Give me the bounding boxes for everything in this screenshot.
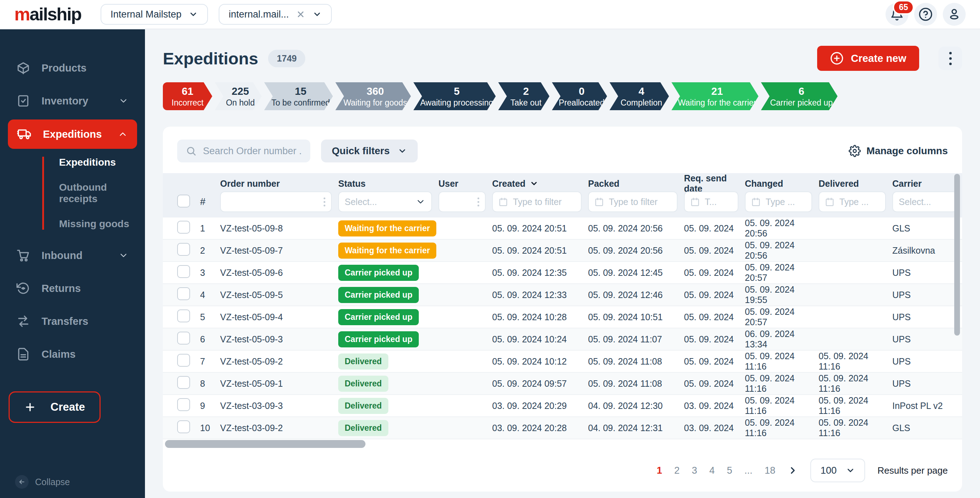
pipeline-stage-to-be-confirmed[interactable]: 15To be confirmed: [264, 82, 333, 110]
filter-options-icon[interactable]: [477, 197, 479, 206]
row-checkbox[interactable]: [177, 354, 190, 367]
row-checkbox[interactable]: [177, 243, 190, 256]
filter-input-col10[interactable]: Select...: [892, 191, 958, 212]
pipeline-stage-waiting-for-the-carrier[interactable]: 21Waiting for the carrier: [671, 82, 759, 110]
next-page-button[interactable]: [788, 465, 798, 476]
table-row[interactable]: 5VZ-test-05-09-4Carrier picked up05. 09.…: [163, 306, 962, 328]
column-header-order-number[interactable]: Order number: [220, 179, 338, 189]
notifications-button[interactable]: 65: [886, 3, 908, 26]
page-button-2[interactable]: 2: [675, 465, 680, 476]
filter-input-col7[interactable]: T...: [684, 191, 738, 212]
pipeline-stage-awaiting-processing[interactable]: 5Awaiting processing: [414, 82, 496, 110]
row-checkbox[interactable]: [177, 420, 190, 433]
page-title: Expeditions: [163, 49, 258, 68]
sidebar-collapse-button[interactable]: Collapse: [15, 475, 70, 489]
table-row[interactable]: 4VZ-test-05-09-5Carrier picked up05. 09.…: [163, 284, 962, 306]
pipeline-stage-preallocated[interactable]: 0Preallocated: [552, 82, 607, 110]
column-header-carrier[interactable]: Carrier: [892, 179, 964, 189]
column-header-created[interactable]: Created: [492, 179, 588, 189]
carrier-cell: UPS: [892, 290, 964, 300]
row-checkbox[interactable]: [177, 309, 190, 322]
table-row[interactable]: 9VZ-test-03-09-3Delivered03. 09. 2024 20…: [163, 395, 962, 417]
page-button-5[interactable]: 5: [727, 465, 732, 476]
row-checkbox[interactable]: [177, 376, 190, 389]
table-row[interactable]: 3VZ-test-05-09-6Carrier picked up05. 09.…: [163, 262, 962, 284]
column-header-delivered[interactable]: Delivered: [819, 179, 892, 189]
sidebar-item-expeditions[interactable]: Expeditions: [8, 119, 137, 149]
create-new-button[interactable]: Create new: [817, 46, 919, 71]
filter-input-col9[interactable]: Type ...: [819, 191, 886, 212]
sidebar-submenu: ExpeditionsOutbound receiptsMissing good…: [42, 157, 145, 230]
page-button-18[interactable]: 18: [765, 465, 775, 476]
page-button-1[interactable]: 1: [657, 465, 662, 476]
table-row[interactable]: 6VZ-test-05-09-3Carrier picked up05. 09.…: [163, 328, 962, 351]
sidebar-subitem-missing-goods[interactable]: Missing goods: [59, 218, 145, 230]
vertical-scrollbar[interactable]: [954, 174, 960, 336]
table-row[interactable]: 2VZ-test-05-09-7Waiting for the carrier0…: [163, 240, 962, 262]
column-header-changed[interactable]: Changed: [745, 179, 819, 189]
row-checkbox[interactable]: [177, 398, 190, 411]
column-header-user[interactable]: User: [439, 179, 492, 189]
filter-input-col4[interactable]: [439, 191, 486, 212]
select-all-checkbox[interactable]: [177, 195, 190, 208]
manage-columns-button[interactable]: Manage columns: [849, 145, 948, 157]
filter-input-col3[interactable]: Select...: [338, 191, 432, 212]
filter-options-icon[interactable]: [324, 197, 325, 206]
filter-input-col8[interactable]: Type ...: [745, 191, 812, 212]
req-send-date-cell: 03. 09. 2024: [684, 401, 745, 411]
sidebar-item-products[interactable]: Products: [0, 52, 145, 84]
client-select[interactable]: internal.mail...: [219, 4, 332, 25]
workspace-select[interactable]: Internal Mailstep: [100, 4, 208, 25]
page-button-4[interactable]: 4: [710, 465, 715, 476]
clear-icon[interactable]: [296, 10, 305, 19]
column-header-status[interactable]: Status: [338, 179, 439, 189]
search-input[interactable]: [203, 146, 302, 157]
req-send-date-cell: 05. 09. 2024: [684, 379, 745, 389]
help-icon: [918, 7, 933, 21]
row-checkbox[interactable]: [177, 287, 190, 300]
table-row[interactable]: 8VZ-test-05-09-1Delivered05. 09. 2024 09…: [163, 373, 962, 395]
pipeline-stage-waiting-for-goods[interactable]: 360Waiting for goods: [336, 82, 411, 110]
horizontal-scrollbar[interactable]: [163, 440, 962, 449]
search-box[interactable]: [177, 140, 310, 162]
sidebar-subitem-expeditions[interactable]: Expeditions: [59, 157, 145, 168]
sidebar-item-transfers[interactable]: Transfers: [0, 305, 145, 338]
sidebar-item-returns[interactable]: Returns: [0, 272, 145, 305]
table-row[interactable]: 7VZ-test-05-09-2Delivered05. 09. 2024 10…: [163, 351, 962, 373]
sort-down-icon: [530, 179, 538, 188]
carrier-cell: UPS: [892, 356, 964, 367]
page-button-3[interactable]: 3: [692, 465, 697, 476]
pipeline-stage-take-out[interactable]: 2Take out: [498, 82, 549, 110]
table-row[interactable]: 10VZ-test-03-09-2Delivered03. 09. 2024 2…: [163, 417, 962, 439]
sidebar-create-button[interactable]: Create: [9, 392, 100, 423]
order-number-cell: VZ-test-05-09-3: [220, 334, 338, 344]
column-header-req-send-date[interactable]: Req. send date: [684, 173, 745, 194]
sidebar-item-inventory[interactable]: Inventory: [0, 84, 145, 117]
top-header: mailship Internal Mailstep internal.mail…: [0, 0, 980, 29]
help-button[interactable]: [914, 3, 937, 26]
page-more-actions-button[interactable]: [939, 46, 962, 70]
pipeline-stage-on-hold[interactable]: 225On hold: [215, 82, 262, 110]
table-row[interactable]: 1VZ-test-05-09-8Waiting for the carrier0…: [163, 217, 962, 240]
row-checkbox[interactable]: [177, 265, 190, 278]
status-badge: Delivered: [338, 376, 388, 392]
filter-input-col2[interactable]: [220, 191, 332, 212]
pipeline-stage-incorrect[interactable]: 61Incorrect: [163, 82, 212, 110]
quick-filters-button[interactable]: Quick filters: [321, 140, 418, 162]
filter-input-col5[interactable]: Type to filter: [492, 191, 582, 212]
plus-circle-icon: [830, 52, 844, 65]
account-button[interactable]: [943, 3, 966, 26]
per-page-select[interactable]: 100: [810, 458, 865, 482]
order-number-cell: VZ-test-03-09-2: [220, 423, 338, 433]
row-checkbox[interactable]: [177, 221, 190, 234]
sidebar-subitem-outbound-receipts[interactable]: Outbound receipts: [59, 182, 145, 205]
sidebar-item-claims[interactable]: Claims: [0, 338, 145, 371]
sidebar-item-inbound[interactable]: Inbound: [0, 239, 145, 272]
column-header-packed[interactable]: Packed: [588, 179, 684, 189]
filter-input-col6[interactable]: Type to filter: [588, 191, 678, 212]
pipeline-stage-completion[interactable]: 4Completion: [609, 82, 669, 110]
pipeline-stage-carrier-picked-up[interactable]: 6Carrier picked up: [761, 82, 838, 110]
row-checkbox[interactable]: [177, 331, 190, 344]
req-send-date-cell: 05. 09. 2024: [684, 268, 745, 278]
status-badge: Waiting for the carrier: [338, 243, 436, 259]
